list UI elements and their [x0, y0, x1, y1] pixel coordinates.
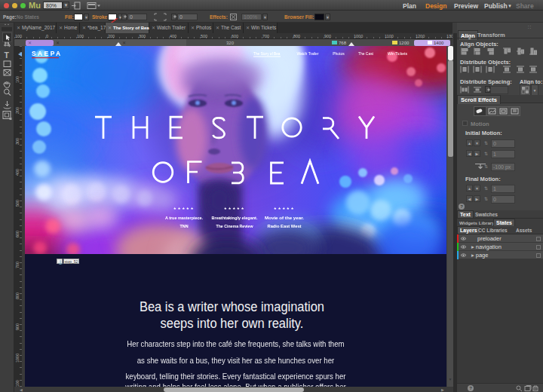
svg-text:The Cinema Review: The Cinema Review: [216, 224, 254, 228]
svg-text:The Story of Bea: The Story of Bea: [253, 51, 281, 56]
svg-text:The Cast: The Cast: [358, 51, 373, 56]
svg-text:TNN: TNN: [179, 224, 188, 228]
svg-text:Watch Trailer: Watch Trailer: [297, 51, 319, 56]
svg-text:Breathtakingly elegant.: Breathtakingly elegant.: [212, 216, 258, 220]
svg-text:★★★★★: ★★★★★: [173, 207, 195, 210]
svg-text:Movie of the year.: Movie of the year.: [265, 216, 304, 220]
svg-text:Photos: Photos: [333, 51, 345, 56]
svg-text:★★★★★: ★★★★★: [274, 207, 296, 210]
svg-text:★★★★★: ★★★★★: [224, 207, 246, 210]
svg-text:Win Tickets: Win Tickets: [388, 51, 407, 56]
svg-text:A true masterpiece.: A true masterpiece.: [165, 216, 203, 220]
svg-text:SAEPA: SAEPA: [32, 50, 63, 57]
svg-text:T: T: [5, 51, 10, 60]
svg-text:Radio East West: Radio East West: [268, 224, 302, 228]
